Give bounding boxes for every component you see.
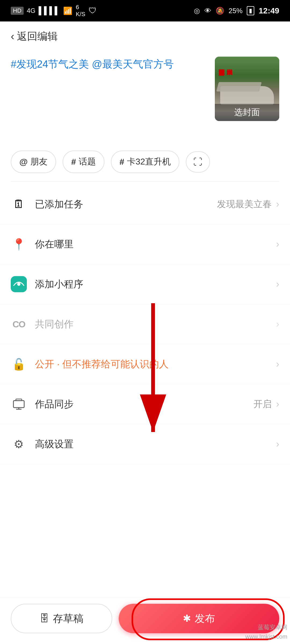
privacy-arrow-icon: › [276,358,279,370]
publish-label: 发布 [195,612,215,625]
at-friend-button[interactable]: @ 朋友 [11,151,56,173]
post-text[interactable]: #发现24节气之美 @最美天气官方号 [11,57,207,137]
hash-icon: # [71,157,76,167]
tag-row: @ 朋友 # 话题 # 卡32直升机 ⛶ [0,145,290,178]
svg-rect-3 [16,399,22,401]
miniapp-arrow-icon: › [276,279,279,290]
eye-icon: 👁 [204,7,211,15]
publish-star-icon: ✱ [183,613,191,624]
status-right: ◎ 👁 🔕 25% ▮ 12:49 [194,6,279,15]
cocreate-icon: CO [11,316,27,332]
location-arrow-icon: › [276,239,279,250]
svg-point-1 [17,283,20,286]
status-bar: HD 4G ▌▌▌▌ 📶 6K/S 🛡 ◎ 👁 🔕 25% ▮ 12:49 [0,0,290,21]
hashtag-button[interactable]: # 卡32直升机 [111,151,179,173]
cover-label[interactable]: 选封面 [215,104,279,121]
shield-icon: 🛡 [89,6,97,15]
location-label: 你在哪里 [35,238,272,251]
back-button[interactable]: ‹ 返回编辑 [11,30,58,43]
wifi-icon: 📶 [63,6,73,15]
sync-menu-item[interactable]: 作品同步 开启 › [0,384,290,424]
task-arrow-icon: › [276,199,279,210]
sync-icon [11,396,27,412]
back-label: 返回编辑 [17,30,58,43]
circle-icon: ◎ [194,7,200,15]
miniapp-icon [11,276,27,292]
menu-list: 🗓 已添加任务 发现最美立春 › 📍 你在哪里 › 添加小程序 › CO 共同创… [0,184,290,464]
speed-indicator: 6K/S [76,4,85,18]
time-display: 12:49 [259,6,279,15]
topic-label: 话题 [79,156,96,168]
sync-label: 作品同步 [35,398,253,411]
cocreate-arrow-icon: › [276,319,279,330]
advanced-arrow-icon: › [276,438,279,450]
main-divider [11,181,279,182]
advanced-menu-item[interactable]: ⚙ 高级设置 › [0,424,290,464]
advanced-label: 高级设置 [35,438,276,451]
gear-icon: ⚙ [11,436,27,452]
bottom-spacer [0,464,290,523]
miniapp-menu-item[interactable]: 添加小程序 › [0,264,290,304]
expand-button[interactable]: ⛶ [186,151,210,173]
signal-4g: 4G [27,7,35,14]
cocreate-label: 共同创作 [35,318,276,331]
location-icon: 📍 [11,236,27,252]
task-label: 已添加任务 [35,198,217,211]
topic-button[interactable]: # 话题 [63,151,104,173]
hashtag-label: 卡32直升机 [127,156,171,168]
location-menu-item[interactable]: 📍 你在哪里 › [0,224,290,264]
sync-arrow-icon: › [276,398,279,410]
expand-icon: ⛶ [193,157,202,167]
plane-wing [216,82,262,92]
draft-button[interactable]: 🗄 存草稿 [11,604,112,633]
at-icon: @ [19,157,28,167]
hd-badge: HD [11,7,24,15]
cocreate-menu-item[interactable]: CO 共同创作 › [0,304,290,344]
cover-image[interactable]: 中国人民解放军空军部 选封面 [215,57,279,121]
sync-value: 开启 [253,398,272,410]
privacy-menu-item[interactable]: 🔓 公开 · 但不推荐给可能认识的人 › [0,344,290,384]
mute-icon: 🔕 [216,7,224,15]
signal-bars: ▌▌▌▌ [39,6,60,15]
task-value: 发现最美立春 [217,198,272,210]
battery-percent: 25% [229,7,242,15]
privacy-label: 公开 · 但不推荐给可能认识的人 [35,358,276,371]
status-left: HD 4G ▌▌▌▌ 📶 6K/S 🛡 [11,4,97,18]
lock-icon: 🔓 [11,356,27,372]
draft-icon: 🗄 [39,613,49,624]
miniapp-label: 添加小程序 [35,278,276,291]
task-menu-item[interactable]: 🗓 已添加任务 发现最美立春 › [0,184,290,224]
back-chevron-icon: ‹ [11,30,14,42]
content-area: #发现24节气之美 @最美天气官方号 中国人民解放军空军部 选封面 [0,51,290,145]
battery-icon: ▮ [247,6,254,15]
at-friend-label: 朋友 [30,156,48,168]
hashtag-icon: # [119,157,124,167]
watermark: 蓝莓安卓网www.lmkjst.com [245,623,287,641]
draft-label: 存草稿 [53,612,84,625]
task-icon: 🗓 [11,196,27,212]
svg-rect-2 [13,401,24,408]
top-nav: ‹ 返回编辑 [0,21,290,51]
